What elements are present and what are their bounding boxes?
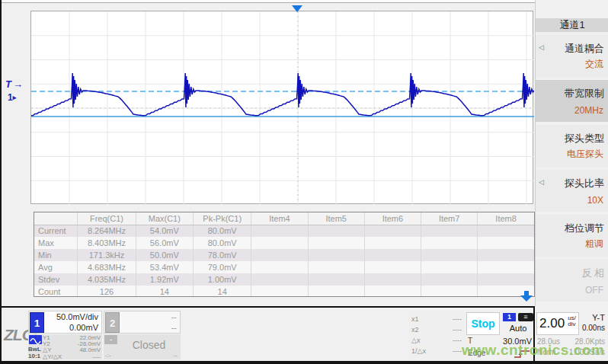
x-cursor-row: x1---- — [411, 314, 462, 324]
trigger-level-marker[interactable]: T→ — [5, 78, 23, 90]
table-cell: Min — [34, 249, 78, 261]
channel2-badge: 2 — [105, 312, 120, 333]
channel2-status-block[interactable]: 2 -- -- - Closed -:- -- — [104, 311, 181, 359]
table-head: Freq(C1)Max(C1)Pk-Pk(C1)Item4Item5Item6I… — [34, 212, 534, 225]
channel1-offset: 0.00mV — [69, 323, 98, 332]
channel2-state-box: - Closed -:- -- — [104, 334, 181, 359]
timebase-box[interactable]: 2.00 us/ div — [536, 312, 579, 335]
trigger-level-label: T — [5, 78, 11, 90]
sidebar-item-invert[interactable]: 反 相OFF — [536, 260, 608, 302]
sidebar-items: ◁通道耦合交流带宽限制20MHz探头类型电压探头◁探头比率10X档位调节粗调反 … — [536, 35, 608, 305]
x-cursor-rows: x1----x2----△x----1/△x---- — [411, 314, 462, 356]
y-cursor-row: △Y/△X---- — [43, 354, 101, 360]
x-cursor-row: x2---- — [411, 324, 462, 335]
channel1-ground-marker[interactable]: 1▸ — [8, 92, 16, 103]
trigger-source-badge: 1 — [503, 313, 516, 321]
trigger-coupling-icon: ≡ — [518, 313, 533, 321]
table-cell — [364, 286, 421, 297]
table-row: Avg4.683MHz53.4mV79.0mV — [34, 261, 534, 273]
table-cell: 50.0mV — [136, 249, 194, 261]
table-cell: 1.92mV — [136, 273, 194, 286]
table-cell — [421, 286, 478, 297]
table-cell — [251, 237, 308, 249]
x-cursor-row-label: x2 — [411, 324, 419, 335]
table-cell — [308, 225, 364, 237]
table-cell: 56.0mV — [136, 237, 194, 249]
channel1-badge: 1 — [30, 312, 44, 333]
channel1-ground-arrow-icon: ▸ — [13, 94, 17, 101]
table-cell: 8.264MHz — [78, 225, 136, 237]
bandwidth-limit-flag: BwL — [28, 346, 41, 353]
trigger-level-arrow-icon: → — [13, 78, 23, 90]
sidebar-item-probe-type[interactable]: 探头类型电压探头 — [536, 125, 608, 167]
channel2-volts-per-div: -- — [171, 312, 177, 321]
sidebar-item-gain-adjust[interactable]: 档位调节粗调 — [536, 215, 608, 257]
table-cell: Stdev — [34, 273, 78, 286]
softkey-value: OFF — [585, 285, 603, 295]
table-cell — [364, 261, 421, 273]
trigger-position-marker-icon[interactable] — [292, 5, 302, 12]
watermark: www.cntronics.com — [462, 342, 604, 359]
sidebar-item-coupling[interactable]: ◁通道耦合交流 — [536, 35, 608, 77]
table-header-row: Freq(C1)Max(C1)Pk-Pk(C1)Item4Item5Item6I… — [34, 212, 534, 225]
table-row: Min171.3kHz50.0mV78.0mV — [34, 249, 534, 261]
table-cell — [251, 225, 308, 237]
table-scroll-down-icon[interactable] — [520, 291, 533, 305]
trigger-badges: 1 ≡ — [503, 313, 533, 322]
table-cell: 1.00mV — [194, 273, 251, 286]
softkey-value: 交流 — [585, 58, 603, 71]
table-cell: 14 — [194, 286, 251, 297]
table-cell: 4.035MHz — [78, 273, 136, 286]
channel1-volts-per-div: 50.0mV/div — [56, 312, 98, 321]
table-cell — [364, 225, 421, 237]
table-cell — [364, 249, 421, 261]
softkey-label: 带宽限制 — [565, 87, 604, 101]
softkey-value: 20MHz — [574, 105, 603, 116]
channel2-state: Closed — [120, 339, 178, 351]
trigger-delay: 0.00ns — [582, 324, 605, 332]
left-border — [0, 0, 2, 364]
trigger-mode: Auto — [503, 324, 533, 333]
table-cell: 54.0mV — [136, 225, 194, 237]
x-cursor-row-value: ---- — [453, 314, 462, 324]
table-cell: 79.0mV — [194, 261, 251, 273]
softkey-menu: 通道1 ◁通道耦合交流带宽限制20MHz探头类型电压探头◁探头比率10X档位调节… — [535, 0, 608, 306]
softkey-more-icon: ◁ — [539, 178, 544, 186]
table-cell: 8.403MHz — [78, 237, 136, 249]
x-cursor-row-value: ---- — [453, 335, 462, 346]
timebase-unit-bottom: div — [568, 321, 576, 327]
x-cursor-row-label: △x — [411, 335, 420, 346]
table-cell — [421, 237, 478, 249]
table-cell — [251, 286, 308, 297]
table-cell — [308, 261, 364, 273]
x-cursor-row-label: 1/△x — [411, 346, 426, 356]
table-cell — [421, 249, 478, 261]
timebase-unit: us/ div — [568, 315, 576, 327]
table-cell: Current — [34, 225, 78, 237]
statusbar-separator — [0, 306, 535, 308]
bottom-border — [0, 361, 608, 364]
table-cell — [308, 249, 364, 261]
table-cell: 171.3kHz — [78, 249, 136, 261]
softkey-value: 粗调 — [585, 238, 603, 251]
softkey-label: 探头比率 — [565, 177, 604, 190]
channel2-coupling-badge: - — [104, 335, 117, 344]
table-row: Stdev4.035MHz1.92mV1.00mV — [34, 273, 534, 286]
table-cell: 14 — [136, 286, 194, 297]
y-cursor-row-value: ---- — [92, 354, 101, 360]
channel1-status-block[interactable]: 1 50.0mV/div 0.00mV BwL 10:1 Y122.0mVY2-… — [28, 311, 102, 359]
table-header-cell: Max(C1) — [136, 212, 194, 225]
table-cell — [478, 273, 534, 286]
table-header-cell: Item5 — [308, 212, 364, 225]
table-cell — [308, 286, 364, 297]
graticule-and-waveform — [31, 11, 534, 205]
table-cell: 80.0mV — [194, 237, 251, 249]
table-cell: 80.0mV — [194, 225, 251, 237]
table-cell — [478, 261, 534, 273]
run-state-indicator[interactable]: Stop — [466, 312, 500, 335]
sidebar-item-bandwidth[interactable]: 带宽限制20MHz — [536, 80, 608, 122]
table-cell — [421, 225, 478, 237]
table-cell — [364, 237, 421, 249]
sidebar-item-probe-ratio[interactable]: ◁探头比率10X — [536, 170, 608, 212]
table-header-cell: Item4 — [251, 212, 308, 225]
